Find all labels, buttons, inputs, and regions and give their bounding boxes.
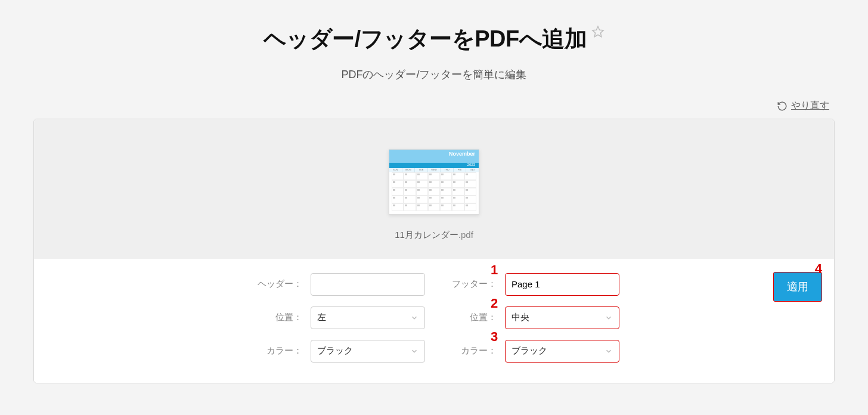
- file-name-label: 11月カレンダー.pdf: [395, 230, 473, 241]
- header-color-label: カラー：: [249, 345, 302, 357]
- refresh-icon: [777, 101, 788, 112]
- chevron-down-icon: [410, 347, 418, 355]
- footer-position-select[interactable]: 中央: [505, 306, 619, 329]
- footer-label: フッター：: [443, 278, 497, 290]
- page-subtitle: PDFのヘッダー/フッターを簡単に編集: [24, 67, 844, 82]
- pdf-thumbnail[interactable]: November 2023 SUN MON TUE WED THU FRI SA…: [389, 149, 479, 215]
- header-position-select[interactable]: 左: [311, 306, 425, 329]
- footer-position-label: 位置：: [443, 312, 497, 323]
- footer-color-label: カラー：: [443, 345, 497, 357]
- apply-button[interactable]: 適用: [773, 272, 822, 302]
- redo-label: やり直す: [791, 100, 829, 112]
- calendar-month-label: November: [389, 150, 479, 163]
- chevron-down-icon: [410, 314, 418, 322]
- chevron-down-icon: [604, 314, 613, 322]
- footer-input[interactable]: [505, 273, 619, 296]
- header-input[interactable]: [311, 273, 425, 296]
- calendar-year-label: 2023: [389, 163, 479, 168]
- header-position-label: 位置：: [249, 312, 302, 323]
- header-color-select[interactable]: ブラック: [311, 340, 425, 363]
- footer-color-select[interactable]: ブラック: [505, 340, 619, 363]
- chevron-down-icon: [604, 347, 613, 355]
- redo-link[interactable]: やり直す: [777, 100, 829, 112]
- svg-marker-0: [593, 26, 603, 36]
- header-label: ヘッダー：: [249, 278, 302, 290]
- page-title: ヘッダー/フッターをPDFへ追加: [264, 24, 587, 54]
- favorite-star-icon[interactable]: [591, 25, 604, 38]
